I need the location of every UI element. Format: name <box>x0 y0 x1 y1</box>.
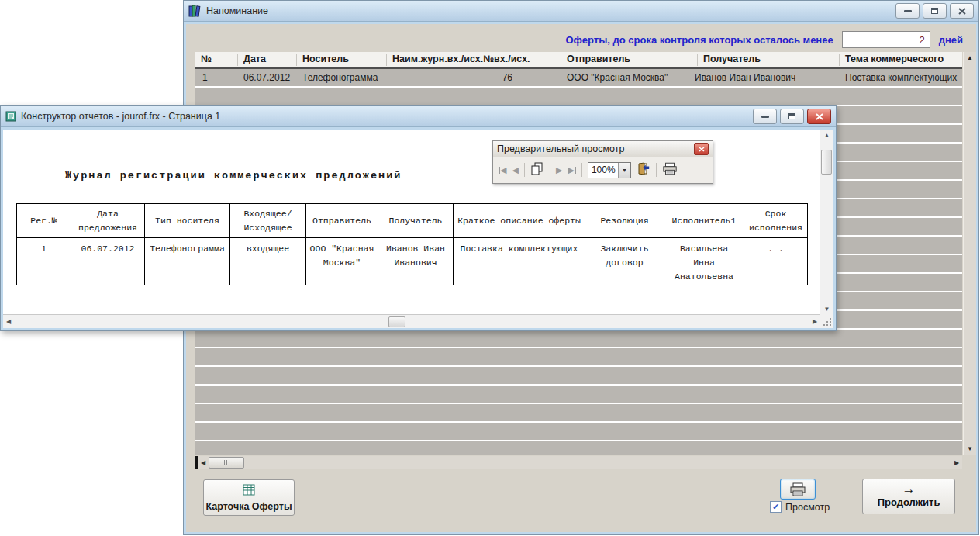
scroll-thumb[interactable] <box>821 150 832 175</box>
preview-close-button[interactable] <box>694 143 709 155</box>
report-titlebar[interactable]: Конструктор отчетов - jourof.frx - Стран… <box>1 106 836 127</box>
col-subject[interactable]: Тема коммерческого <box>845 54 944 64</box>
offers-horizontal-scrollbar[interactable]: ◀ ▶ <box>195 456 962 469</box>
rep-col-carrier: Тип носителя <box>145 204 230 238</box>
exit-preview-button[interactable] <box>637 162 650 178</box>
last-page-icon: ▶ <box>568 165 574 175</box>
scroll-thumb[interactable] <box>209 457 244 469</box>
report-header-row: Рег.№ Дата предложения Тип носителя Вход… <box>17 204 808 238</box>
preview-checkbox[interactable]: ✔ <box>770 501 782 513</box>
table-row-empty[interactable] <box>195 330 962 347</box>
report-data-row: 1 06.07.2012 Телефонограмма входящее ООО… <box>17 238 808 285</box>
continue-label: Продолжить <box>863 496 954 508</box>
rep-cell-sender: ООО "Красная Москва" <box>306 238 378 285</box>
table-row-empty[interactable] <box>195 441 962 455</box>
col-journal[interactable]: Наим.журн.вх./исх.№вх./исх. <box>392 54 530 64</box>
rep-col-resolution: Резолюция <box>585 204 664 238</box>
table-row-empty[interactable] <box>195 423 962 440</box>
arrow-right-icon: → <box>863 482 954 496</box>
offer-card-button[interactable]: Карточка Оферты <box>203 479 295 516</box>
scroll-down-icon[interactable]: ▼ <box>964 443 976 455</box>
cell-receiver: Иванов Иван Иванович <box>695 72 795 83</box>
print-button[interactable] <box>780 479 816 500</box>
offers-table-header[interactable]: № Дата Носитель Наим.журн.вх./исх.№вх./и… <box>195 52 962 69</box>
pages-button[interactable] <box>530 162 544 178</box>
report-minimize-button[interactable] <box>753 109 777 124</box>
days-input[interactable] <box>842 31 930 48</box>
cell-subject: Поставка комплектующих <box>845 72 957 83</box>
offers-vertical-scrollbar[interactable]: ▲ ▼ <box>963 52 976 455</box>
pages-icon <box>530 162 544 175</box>
separator <box>581 163 582 177</box>
scroll-right-icon[interactable]: ▶ <box>951 459 962 466</box>
report-horizontal-scrollbar[interactable]: ◀ ▶ <box>3 314 820 328</box>
next-page-button[interactable]: ▶ <box>556 165 562 175</box>
preview-checkbox-row[interactable]: ✔ Просмотр <box>770 501 830 513</box>
preview-toolbar-title: Предварительный просмотр <box>497 144 694 154</box>
table-row-empty[interactable] <box>195 348 962 365</box>
offers-control-row: Оферты, до срока контроля которых остало… <box>565 31 963 48</box>
col-number[interactable]: № <box>201 54 212 64</box>
exit-door-icon <box>637 162 650 175</box>
resize-grip[interactable] <box>820 315 833 328</box>
rep-cell-regno: 1 <box>17 238 71 285</box>
rep-col-direction: Входящее/ Исходящее <box>230 204 306 238</box>
preview-toolbar: Предварительный просмотр ◀ ◀ ▶ ▶ 100% ▼ <box>492 140 713 184</box>
close-icon <box>958 8 966 15</box>
scroll-down-icon[interactable]: ▼ <box>820 306 833 313</box>
first-page-button[interactable]: ◀ <box>499 165 506 175</box>
report-vertical-scrollbar[interactable]: ▲ ▼ <box>820 130 833 315</box>
rep-cell-resolution: Заключить договор <box>585 238 664 285</box>
rep-col-sender: Отправитель <box>306 204 378 238</box>
rep-col-executor: Исполнитель1 <box>664 204 744 238</box>
separator <box>524 163 525 177</box>
rep-cell-date: 06.07.2012 <box>71 238 145 285</box>
report-title: Журнал регистрации коммерческих предложе… <box>65 170 402 182</box>
restore-icon <box>931 8 938 14</box>
toolbar-print-button[interactable] <box>662 162 678 178</box>
scroll-up-icon[interactable]: ▲ <box>964 52 976 64</box>
scroll-thumb[interactable] <box>388 316 405 327</box>
preview-toolbar-titlebar[interactable]: Предварительный просмотр <box>493 141 713 157</box>
scroll-up-icon[interactable]: ▲ <box>820 132 833 139</box>
printer-icon <box>662 162 678 175</box>
report-restore-button[interactable] <box>780 109 804 124</box>
col-date[interactable]: Дата <box>243 54 266 64</box>
table-row-empty[interactable] <box>195 386 962 403</box>
table-row-empty[interactable] <box>195 88 962 105</box>
col-carrier[interactable]: Носитель <box>302 54 349 64</box>
rep-col-description: Краткое описание оферты <box>454 204 585 238</box>
report-doc-icon <box>5 111 16 122</box>
continue-button[interactable]: → Продолжить <box>862 479 955 514</box>
report-close-button[interactable] <box>807 109 831 124</box>
prev-page-button[interactable]: ◀ <box>512 165 518 175</box>
col-receiver[interactable]: Получатель <box>703 54 761 64</box>
table-row-empty[interactable] <box>195 404 962 421</box>
reminder-titlebar[interactable]: Напоминание <box>184 1 978 22</box>
screen: Напоминание Оферты, до срока контроля ко… <box>0 0 980 536</box>
report-table: Рег.№ Дата предложения Тип носителя Вход… <box>16 203 808 285</box>
zoom-select[interactable]: 100% ▼ <box>588 162 631 178</box>
days-unit-label: дней <box>939 34 963 46</box>
scroll-left-icon[interactable]: ◀ <box>3 318 14 325</box>
close-button[interactable] <box>950 3 974 19</box>
restore-button[interactable] <box>923 3 947 19</box>
col-sender[interactable]: Отправитель <box>567 54 630 64</box>
cell-journal: 76 <box>392 72 512 83</box>
rep-cell-carrier: Телефонограмма <box>145 238 230 285</box>
minimize-button[interactable] <box>895 3 920 19</box>
close-icon <box>816 113 823 120</box>
scroll-right-icon[interactable]: ▶ <box>809 318 820 325</box>
last-page-button[interactable]: ▶ <box>568 165 575 175</box>
rep-col-regno: Рег.№ <box>17 204 71 238</box>
dropdown-button[interactable]: ▼ <box>618 163 630 178</box>
table-row-empty[interactable] <box>195 367 962 384</box>
separator <box>550 163 550 177</box>
first-page-icon: ◀ <box>500 165 506 175</box>
scroll-left-icon[interactable]: ◀ <box>198 459 209 466</box>
minimize-icon <box>904 10 912 12</box>
offers-prompt-label: Оферты, до срока контроля которых остало… <box>565 34 833 46</box>
rep-cell-description: Поставка комплектующих <box>454 238 585 285</box>
rep-cell-receiver: Иванов Иван Иванович <box>378 238 454 285</box>
offer-row-1[interactable]: 1 06.07.2012 Телефонограмма 76 ООО "Крас… <box>195 69 962 86</box>
